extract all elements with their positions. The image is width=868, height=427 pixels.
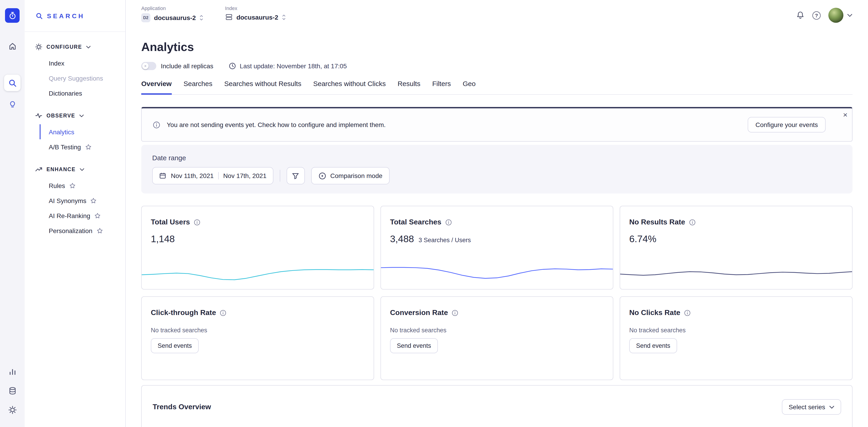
empty-state-text: No tracked searches (390, 327, 604, 334)
sidebar-item-query-suggestions[interactable]: Query Suggestions (40, 71, 125, 86)
search-icon (8, 78, 17, 87)
nav-section-configure-header[interactable]: CONFIGURE (35, 43, 125, 51)
date-range-picker[interactable]: Nov 11th, 2021 Nov 17th, 2021 (152, 167, 273, 184)
data-sources-button[interactable] (4, 383, 21, 399)
tab-searches-without-clicks[interactable]: Searches without Clicks (313, 80, 386, 94)
no-results-rate-card: No Results Rate 6.74% (620, 206, 852, 290)
card-value-row: 1,148 (151, 233, 365, 244)
analytics-tabs: Overview Searches Searches without Resul… (141, 80, 852, 95)
trends-overview-card: Trends Overview Select series (141, 385, 852, 427)
nav-items: Analytics A/B Testing (40, 124, 125, 154)
main-content: Application D2 docusaurus-2 Index docusa… (126, 0, 868, 427)
tab-searches-without-results[interactable]: Searches without Results (224, 80, 302, 94)
card-header: No Clicks Rate (629, 309, 843, 317)
comparison-mode-label: Comparison mode (330, 172, 382, 179)
info-icon[interactable] (445, 219, 452, 226)
algolia-logo-icon (8, 11, 17, 20)
sidebar-item-ab-testing[interactable]: A/B Testing (40, 139, 125, 154)
card-title: Total Users (151, 218, 190, 226)
toggle-knob: × (142, 63, 149, 69)
info-icon[interactable] (194, 219, 200, 226)
info-icon[interactable] (684, 309, 691, 316)
date-separator (218, 172, 219, 179)
close-icon[interactable]: × (843, 111, 847, 119)
card-header: Total Searches (390, 218, 604, 226)
application-select[interactable]: D2 docusaurus-2 (141, 13, 203, 22)
sidebar-item-label: AI Re-Ranking (49, 212, 90, 219)
sidebar-item-label: AI Synonyms (49, 197, 86, 204)
settings-button[interactable] (4, 401, 21, 418)
tab-geo[interactable]: Geo (463, 80, 476, 94)
controls-divider (280, 170, 280, 182)
gear-icon (35, 43, 42, 51)
tab-overview[interactable]: Overview (141, 80, 172, 95)
card-title: No Results Rate (629, 218, 685, 226)
star-icon (94, 212, 101, 219)
info-icon[interactable] (452, 309, 458, 316)
sidebar-item-dictionaries[interactable]: Dictionaries (40, 86, 125, 101)
configure-events-button[interactable]: Configure your events (748, 117, 826, 132)
algolia-logo[interactable] (5, 8, 20, 23)
conversion-rate-card: Conversion Rate No tracked searches Send… (380, 296, 613, 380)
sidebar-item-ai-synonyms[interactable]: AI Synonyms (40, 193, 125, 208)
topbar: Application D2 docusaurus-2 Index docusa… (141, 0, 852, 23)
banner-message: You are not sending events yet. Check ho… (167, 121, 386, 128)
nav-section-enhance: ENHANCE Rules AI Synonyms AI Re-Ranking (35, 165, 125, 238)
last-update-text: Last update: November 18th, at 17:05 (240, 62, 347, 70)
date-range-start: Nov 11th, 2021 (171, 172, 214, 179)
no-results-rate-sparkline (620, 262, 852, 286)
sidebar-item-personalization[interactable]: Personalization (40, 223, 125, 238)
application-label: Application (141, 5, 203, 11)
nav-section-observe-header[interactable]: OBSERVE (35, 111, 125, 120)
card-title: Click-through Rate (151, 309, 216, 317)
select-series-button[interactable]: Select series (782, 399, 841, 415)
index-selector: Index docusaurus-2 (225, 5, 286, 21)
sidebar-item-rules[interactable]: Rules (40, 178, 125, 193)
include-replicas-toggle[interactable]: × (141, 62, 156, 70)
application-badge: D2 (141, 13, 150, 22)
events-banner: You are not sending events yet. Check ho… (141, 107, 852, 141)
chevron-down-icon (79, 114, 84, 117)
home-button[interactable] (4, 38, 21, 54)
bell-icon (796, 11, 805, 20)
card-header: Conversion Rate (390, 309, 604, 317)
help-button[interactable]: ? (812, 11, 820, 19)
send-events-button[interactable]: Send events (629, 338, 677, 353)
nav-section-observe: OBSERVE Analytics A/B Testing (35, 111, 125, 154)
recommend-product-button[interactable] (4, 96, 21, 112)
sidebar-item-index[interactable]: Index (40, 56, 125, 71)
send-events-button[interactable]: Send events (151, 338, 199, 353)
comparison-mode-button[interactable]: Comparison mode (311, 167, 390, 184)
sidebar-item-analytics[interactable]: Analytics (40, 124, 125, 139)
notifications-button[interactable] (796, 11, 805, 20)
page-title: Analytics (141, 40, 852, 54)
info-icon[interactable] (689, 219, 695, 226)
card-title: Total Searches (390, 218, 441, 226)
send-events-button[interactable]: Send events (390, 338, 438, 353)
tab-results[interactable]: Results (398, 80, 420, 94)
info-icon (153, 121, 160, 129)
index-select[interactable]: docusaurus-2 (225, 13, 286, 21)
usage-stats-button[interactable] (4, 363, 21, 380)
chevron-down-icon (86, 45, 91, 48)
application-value: docusaurus-2 (154, 14, 196, 22)
tab-filters[interactable]: Filters (432, 80, 451, 94)
clock-icon (229, 62, 236, 70)
total-searches-sparkline (381, 262, 613, 286)
search-product-button[interactable] (4, 75, 21, 91)
search-brand-icon (35, 12, 43, 19)
nav-section-enhance-header[interactable]: ENHANCE (35, 165, 125, 173)
search-brand[interactable]: SEARCH (25, 0, 125, 32)
sidebar-item-label: Analytics (49, 128, 74, 135)
account-menu[interactable] (828, 8, 852, 23)
filter-button[interactable] (287, 167, 305, 184)
sidebar-item-ai-re-ranking[interactable]: AI Re-Ranking (40, 208, 125, 223)
info-icon[interactable] (220, 309, 226, 316)
date-range-controls: Nov 11th, 2021 Nov 17th, 2021 Comparison… (152, 167, 842, 184)
include-replicas-label: Include all replicas (161, 62, 213, 70)
card-header: Click-through Rate (151, 309, 365, 317)
chevron-down-icon (847, 13, 852, 17)
sidebar-item-label: Dictionaries (49, 90, 82, 97)
tab-searches[interactable]: Searches (183, 80, 212, 94)
no-results-rate-value: 6.74% (629, 233, 656, 244)
